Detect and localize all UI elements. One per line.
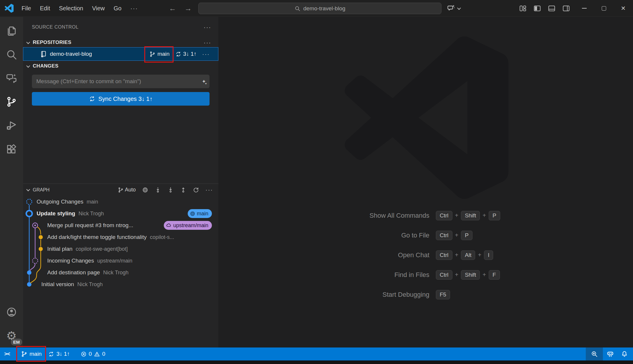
shortcut-row: Go to FileCtrl+P [218,225,633,245]
menu-more-icon[interactable]: ··· [126,0,143,17]
graph-actions: Auto [118,186,213,193]
commit-title: Incoming Changes [47,258,94,264]
repositories-more-icon[interactable]: ··· [204,39,211,46]
copilot-status-icon[interactable] [603,347,618,360]
repo-icon [40,50,47,58]
vscode-watermark-logo [341,36,512,200]
shortcut-label: Open Chat [218,251,429,259]
back-arrow-icon[interactable]: ← [169,4,176,13]
commit-row[interactable]: Initial versionNick Trogh [23,278,218,290]
remote-indicator-icon[interactable]: >< [0,347,14,360]
changes-section-header[interactable]: CHANGES [23,60,218,72]
key-chip: Ctrl [436,231,452,240]
ref-badge-main[interactable]: main [188,209,212,218]
statusbar-branch-button[interactable]: main [18,347,45,360]
search-icon [295,6,300,12]
minimize-icon[interactable] [575,0,594,17]
command-center-text: demo-travel-blog [303,5,346,12]
repositories-section-header[interactable]: REPOSITORIES ··· [23,37,218,48]
chat-sparkle-icon [447,4,455,12]
customize-layout-icon[interactable] [519,4,527,12]
key-chip: F5 [436,290,450,299]
sparkle-icon[interactable]: ✦✦ [202,78,206,84]
status-bar: >< main 3↓ 1↑ 0 0 [0,347,633,360]
activity-bar: ⚙ EM [0,17,23,347]
error-count: 0 [89,351,92,357]
more-actions-icon[interactable]: ··· [204,24,211,31]
notifications-bell-icon[interactable] [618,347,631,360]
checkout-branch-button[interactable]: main [149,51,169,57]
graph-more-icon[interactable]: ··· [205,186,213,193]
problems-button[interactable]: 0 0 [77,347,109,360]
shortcut-label: Start Debugging [218,291,429,299]
commit-row[interactable]: Update stylingNick Troghmain [23,208,218,219]
commit-row[interactable]: Outgoing Changesmain [23,196,218,208]
run-debug-icon[interactable] [0,114,23,137]
target-icon[interactable] [142,187,148,193]
ref-badge-label: upstream/main [173,222,208,229]
git-branch-icon [21,351,27,357]
repo-sync-button[interactable]: 3↓ 1↑ [175,51,197,57]
source-control-sidebar: SOURCE CONTROL ··· REPOSITORIES ··· demo… [23,17,218,347]
chevron-down-icon [26,64,30,68]
commit-row[interactable]: Add dark/light theme toggle functionalit… [23,231,218,243]
repo-more-icon[interactable]: ··· [202,51,210,58]
shortcut-keys: Ctrl+Shift+P [436,211,500,220]
repository-row[interactable]: demo-travel-blog main [23,47,218,61]
commit-row[interactable]: Merge pull request #3 from ntrog...upstr… [23,219,218,231]
fetch-icon[interactable] [155,187,161,193]
sync-changes-button[interactable]: Sync Changes 3↓ 1↑ [32,92,210,106]
statusbar-sync-button[interactable]: 3↓ 1↑ [45,347,73,360]
commit-graph-rows: Outgoing ChangesmainUpdate stylingNick T… [23,196,218,290]
git-branch-icon [149,51,156,57]
menu-edit[interactable]: Edit [35,0,54,17]
shortcut-label: Show All Commands [218,212,429,219]
commit-row[interactable]: Initial plancopilot-swe-agent[bot] [23,243,218,255]
cloud-icon [166,222,172,228]
maximize-icon[interactable] [594,0,614,17]
explorer-icon[interactable] [0,19,23,43]
settings-gear-icon[interactable]: ⚙ EM [0,324,23,347]
menu-selection[interactable]: Selection [55,0,88,17]
copilot-chat-button[interactable] [447,0,460,17]
push-icon[interactable] [180,187,187,193]
command-center-search[interactable]: demo-travel-blog [198,3,441,14]
close-icon[interactable]: ✕ [614,0,633,17]
menu-view[interactable]: View [88,0,109,17]
menu-file[interactable]: File [17,0,35,17]
commit-message-box: ✦✦ [32,75,210,88]
source-control-icon[interactable] [0,90,23,114]
accounts-icon[interactable] [0,300,23,324]
commit-title: Initial version [41,281,74,288]
toggle-panel-icon[interactable] [548,4,556,12]
commit-meta: Nick Trogh [103,270,129,276]
commit-row[interactable]: Add destination pageNick Trogh [23,267,218,278]
toggle-primary-sidebar-icon[interactable] [533,4,541,12]
graph-section-header[interactable]: GRAPH Auto [23,183,218,196]
key-chip: Alt [461,250,475,260]
refresh-icon[interactable] [193,187,199,193]
ref-badge-label: main [197,211,208,217]
shortcut-row: Find in FilesCtrl+Shift+F [218,265,633,285]
shortcut-keys: Ctrl+Alt+I [436,250,493,260]
forward-arrow-icon[interactable]: → [184,4,192,13]
plus-separator: + [455,271,459,278]
statusbar-right [586,347,633,360]
commit-row[interactable]: Incoming Changesupstream/main [23,255,218,267]
search-sidebar-icon[interactable] [0,43,23,66]
extensions-icon[interactable] [0,137,23,161]
graph-ref-picker[interactable]: Auto [118,187,136,193]
pull-icon[interactable] [167,187,174,193]
copilot-chat-sidebar-icon[interactable] [0,66,23,90]
key-chip: I [484,250,493,260]
desktop-strip [0,360,633,364]
commit-message-input[interactable] [36,78,202,85]
plus-separator: + [478,252,481,258]
shortcut-keys: Ctrl+Shift+F [436,270,500,280]
toggle-secondary-sidebar-icon[interactable] [562,4,570,12]
key-chip: P [489,211,500,220]
zoom-in-icon[interactable] [586,347,603,360]
git-branch-icon [118,187,124,193]
menu-go[interactable]: Go [109,0,126,17]
ref-badge-upstream-main[interactable]: upstream/main [164,221,212,230]
